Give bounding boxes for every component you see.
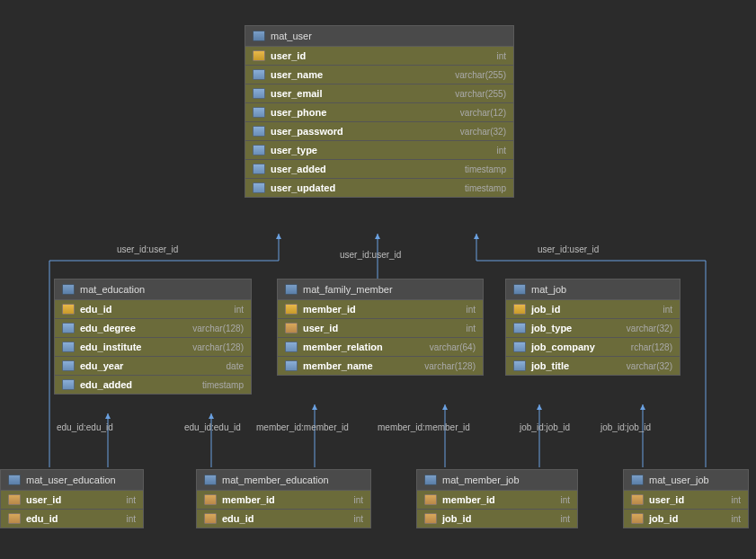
column-row[interactable]: edu_yeardate (55, 357, 251, 376)
column-type: int (466, 324, 476, 333)
table-mat-member-education[interactable]: mat_member_education member_idintedu_idi… (196, 469, 371, 528)
column-type: int (353, 495, 363, 505)
column-icon (253, 182, 265, 193)
table-header[interactable]: mat_member_education (197, 470, 370, 491)
column-type: timestamp (465, 164, 506, 174)
table-header[interactable]: mat_user_education (1, 470, 143, 491)
column-type: varchar(128) (192, 342, 244, 352)
column-row[interactable]: user_addedtimestamp (245, 160, 513, 179)
column-name: job_id (442, 513, 471, 524)
column-name: user_email (271, 88, 322, 99)
column-row[interactable]: edu_idint (55, 300, 251, 319)
column-name: job_id (649, 513, 678, 524)
column-name: member_name (303, 360, 373, 371)
table-title: mat_education (80, 284, 145, 295)
table-mat-user[interactable]: mat_user user_idintuser_namevarchar(255)… (245, 25, 514, 198)
table-body: user_idintedu_idint (1, 491, 143, 528)
table-mat-family-member[interactable]: mat_family_member member_idintuser_idint… (277, 279, 484, 376)
column-row[interactable]: edu_institutevarchar(128) (55, 338, 251, 357)
column-icon (62, 379, 75, 390)
column-type: int (496, 51, 506, 61)
column-name: user_id (271, 50, 306, 61)
table-body: member_idintjob_idint (417, 491, 577, 528)
column-name: user_id (303, 323, 338, 333)
rel-label: user_id:user_id (538, 244, 599, 254)
table-title: mat_family_member (303, 284, 393, 295)
column-type: int (234, 305, 244, 315)
column-row[interactable]: user_passwordvarchar(32) (245, 122, 513, 141)
table-header[interactable]: mat_user_job (624, 470, 748, 491)
column-row[interactable]: user_idint (624, 491, 748, 510)
table-mat-member-job[interactable]: mat_member_job member_idintjob_idint (416, 469, 578, 528)
column-row[interactable]: user_idint (245, 47, 513, 66)
column-row[interactable]: member_idint (278, 300, 483, 319)
column-icon (253, 164, 265, 174)
column-type: int (663, 305, 672, 315)
column-row[interactable]: user_typeint (245, 141, 513, 160)
table-body: member_idintuser_idintmember_relationvar… (278, 300, 483, 375)
column-name: user_id (649, 494, 684, 505)
column-row[interactable]: job_idint (417, 510, 577, 528)
table-header[interactable]: mat_education (55, 280, 251, 300)
column-type: varchar(32) (460, 127, 506, 137)
table-header[interactable]: mat_member_job (417, 470, 577, 491)
table-icon (513, 284, 526, 295)
column-type: int (126, 495, 136, 505)
column-icon (253, 126, 265, 137)
foreign-key-icon (285, 323, 298, 333)
table-mat-education[interactable]: mat_education edu_idintedu_degreevarchar… (54, 279, 252, 395)
table-mat-user-education[interactable]: mat_user_education user_idintedu_idint (0, 469, 144, 528)
table-icon (631, 475, 644, 485)
column-row[interactable]: edu_idint (197, 510, 370, 528)
table-title: mat_member_job (442, 475, 520, 485)
table-icon (424, 475, 437, 485)
column-name: member_id (442, 494, 495, 505)
column-row[interactable]: job_typevarchar(32) (506, 319, 680, 338)
column-row[interactable]: member_idint (197, 491, 370, 510)
column-row[interactable]: user_idint (278, 319, 483, 338)
table-mat-job[interactable]: mat_job job_idintjob_typevarchar(32)job_… (505, 279, 680, 376)
column-row[interactable]: job_idint (624, 510, 748, 528)
column-row[interactable]: edu_idint (1, 510, 143, 528)
column-name: member_id (222, 494, 275, 505)
column-row[interactable]: edu_addedtimestamp (55, 376, 251, 394)
column-row[interactable]: member_relationvarchar(64) (278, 338, 483, 357)
rel-label: member_id:member_id (256, 422, 349, 432)
column-row[interactable]: edu_degreevarchar(128) (55, 319, 251, 338)
table-mat-user-job[interactable]: mat_user_job user_idintjob_idint (623, 469, 749, 528)
table-header[interactable]: mat_user (245, 26, 513, 47)
column-type: int (731, 514, 741, 524)
column-row[interactable]: member_idint (417, 491, 577, 510)
foreign-key-icon (204, 494, 217, 505)
column-icon (513, 360, 526, 371)
primary-key-icon (513, 304, 526, 315)
column-icon (62, 323, 75, 333)
column-row[interactable]: user_emailvarchar(255) (245, 84, 513, 103)
column-row[interactable]: job_companyrchar(128) (506, 338, 680, 357)
column-row[interactable]: member_namevarchar(128) (278, 357, 483, 375)
rel-label: user_id:user_id (340, 250, 401, 260)
column-row[interactable]: user_namevarchar(255) (245, 66, 513, 84)
column-type: varchar(64) (430, 342, 476, 352)
foreign-key-icon (204, 513, 217, 524)
column-row[interactable]: user_idint (1, 491, 143, 510)
column-name: job_type (531, 323, 572, 333)
rel-label: user_id:user_id (117, 244, 178, 254)
column-row[interactable]: user_updatedtimestamp (245, 179, 513, 197)
table-title: mat_member_education (222, 475, 329, 485)
table-body: edu_idintedu_degreevarchar(128)edu_insti… (55, 300, 251, 394)
column-row[interactable]: job_idint (506, 300, 680, 319)
column-name: edu_degree (80, 323, 136, 333)
table-header[interactable]: mat_job (506, 280, 680, 300)
table-title: mat_user_job (649, 475, 709, 485)
column-name: edu_id (222, 513, 253, 524)
primary-key-icon (62, 304, 75, 315)
column-icon (62, 360, 75, 371)
table-header[interactable]: mat_family_member (278, 280, 483, 300)
column-name: user_type (271, 145, 317, 155)
column-row[interactable]: user_phonevarchar(12) (245, 103, 513, 122)
column-type: int (126, 514, 136, 524)
column-type: varchar(32) (627, 361, 672, 371)
rel-label: member_id:member_id (378, 422, 470, 432)
column-row[interactable]: job_titlevarchar(32) (506, 357, 680, 375)
